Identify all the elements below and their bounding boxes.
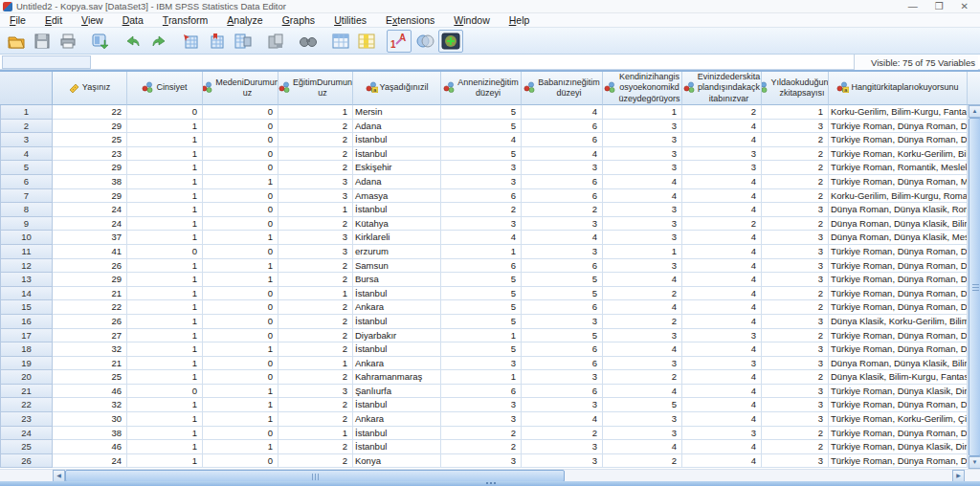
data-cell-yil[interactable]: 2 bbox=[762, 300, 829, 315]
data-cell-yas[interactable]: 21 bbox=[53, 357, 127, 371]
data-cell-kendi[interactable]: 2 bbox=[603, 370, 682, 385]
data-cell-egitim[interactable]: 2 bbox=[278, 412, 353, 427]
data-cell-anne[interactable]: 5 bbox=[441, 342, 522, 357]
data-cell-yas[interactable]: 26 bbox=[53, 315, 127, 329]
data-cell-anne[interactable]: 5 bbox=[441, 147, 522, 162]
minimize-button[interactable]: — bbox=[908, 2, 918, 11]
data-cell-il[interactable]: İstanbul bbox=[353, 342, 441, 357]
data-cell-yas[interactable]: 24 bbox=[53, 454, 127, 469]
data-cell-ev[interactable]: 4 bbox=[682, 189, 762, 204]
data-cell-yil[interactable]: 3 bbox=[762, 231, 829, 245]
row-number-20[interactable]: 20 bbox=[0, 370, 53, 385]
data-cell-medeni[interactable]: 0 bbox=[203, 147, 278, 162]
data-cell-medeni[interactable]: 1 bbox=[203, 342, 278, 357]
data-cell-medeni[interactable]: 1 bbox=[203, 231, 278, 245]
data-cell-ev[interactable]: 4 bbox=[682, 245, 762, 259]
menu-item-extensions[interactable]: Extensions bbox=[376, 13, 444, 28]
data-cell-il[interactable]: Mersin bbox=[353, 105, 441, 120]
menu-item-file[interactable]: File bbox=[0, 13, 35, 28]
data-cell-yil[interactable]: 3 bbox=[762, 273, 829, 287]
data-cell-cinsiyet[interactable]: 1 bbox=[127, 342, 203, 357]
data-cell-kendi[interactable]: 3 bbox=[603, 161, 682, 175]
menu-item-view[interactable]: View bbox=[72, 13, 113, 28]
close-button[interactable]: ✕ bbox=[961, 2, 969, 11]
data-cell-yil[interactable]: 2 bbox=[762, 175, 829, 189]
toolbar-button-split-file[interactable] bbox=[263, 30, 288, 53]
v-scrollbar[interactable]: ▲ ▼ bbox=[968, 105, 980, 469]
row-number-22[interactable]: 22 bbox=[0, 398, 53, 412]
scroll-up-arrow[interactable]: ▲ bbox=[969, 105, 980, 118]
row-number-21[interactable]: 21 bbox=[0, 385, 53, 399]
menu-item-data[interactable]: Data bbox=[113, 13, 153, 28]
data-cell-kitap[interactable]: Türkiye Roman, Dünya Roman, Dünya bbox=[829, 427, 968, 441]
data-cell-ev[interactable]: 2 bbox=[682, 105, 762, 120]
data-cell-anne[interactable]: 4 bbox=[441, 133, 522, 147]
data-cell-medeni[interactable]: 0 bbox=[203, 105, 278, 120]
data-cell-kendi[interactable]: 4 bbox=[603, 175, 682, 189]
data-cell-yas[interactable]: 37 bbox=[53, 231, 127, 245]
data-cell-kendi[interactable]: 3 bbox=[603, 412, 682, 427]
data-cell-anne[interactable]: 2 bbox=[441, 203, 522, 217]
data-cell-kitap[interactable]: Dünya Roman, Dünya Klasik, Mesleki, bbox=[829, 231, 968, 245]
toolbar-button-goto-variable[interactable] bbox=[205, 30, 230, 53]
data-cell-kendi[interactable]: 2 bbox=[603, 287, 682, 301]
data-cell-kendi[interactable]: 3 bbox=[603, 231, 682, 245]
data-cell-baba[interactable]: 3 bbox=[522, 217, 603, 232]
column-header-yas[interactable]: Yaşınız bbox=[53, 72, 127, 105]
data-cell-il[interactable]: İstanbul bbox=[353, 287, 441, 301]
row-number-12[interactable]: 12 bbox=[0, 259, 53, 274]
data-cell-yas[interactable]: 30 bbox=[53, 412, 127, 427]
data-cell-yil[interactable]: 2 bbox=[762, 287, 829, 301]
column-header-egitim[interactable]: EğitimDurumunuz bbox=[278, 72, 353, 105]
data-cell-egitim[interactable]: 1 bbox=[278, 203, 353, 217]
data-cell-ev[interactable]: 4 bbox=[682, 454, 762, 469]
data-cell-egitim[interactable]: 2 bbox=[278, 217, 353, 232]
data-cell-kitap[interactable]: Türkiye Roman, Dünya Roman, Dünya bbox=[829, 287, 968, 301]
data-cell-medeni[interactable]: 0 bbox=[203, 370, 278, 385]
menu-item-utilities[interactable]: Utilities bbox=[324, 13, 376, 28]
data-cell-medeni[interactable]: 1 bbox=[203, 273, 278, 287]
row-number-26[interactable]: 26 bbox=[0, 454, 53, 469]
data-cell-il[interactable]: Ankara bbox=[353, 412, 441, 427]
row-number-15[interactable]: 15 bbox=[0, 300, 53, 315]
row-number-10[interactable]: 10 bbox=[0, 231, 53, 245]
column-header-baba[interactable]: Babanızıneğitimdüzeyi bbox=[522, 72, 603, 105]
data-cell-cinsiyet[interactable]: 1 bbox=[127, 412, 203, 427]
cell-editor-input[interactable] bbox=[93, 55, 854, 69]
data-cell-egitim[interactable]: 2 bbox=[278, 370, 353, 385]
data-cell-egitim[interactable]: 2 bbox=[278, 440, 353, 454]
data-cell-kendi[interactable]: 1 bbox=[603, 105, 682, 120]
data-cell-kendi[interactable]: 4 bbox=[603, 189, 682, 204]
data-cell-il[interactable]: Ankara bbox=[353, 357, 441, 371]
data-cell-yil[interactable]: 2 bbox=[762, 440, 829, 454]
data-cell-kitap[interactable]: Türkiye Roman, Korku-Gerilim, Bilim-K bbox=[829, 147, 968, 162]
menu-item-window[interactable]: Window bbox=[444, 13, 499, 28]
toolbar-button-print[interactable] bbox=[56, 30, 80, 53]
data-cell-egitim[interactable]: 2 bbox=[278, 315, 353, 329]
toolbar-button-goto-case[interactable] bbox=[179, 30, 204, 53]
data-cell-ev[interactable]: 3 bbox=[682, 147, 762, 162]
data-cell-medeni[interactable]: 1 bbox=[203, 398, 278, 412]
data-cell-kitap[interactable]: Türkiye Roman, Dünya Klasik, Din Tas bbox=[829, 440, 968, 454]
data-cell-ev[interactable]: 4 bbox=[682, 231, 762, 245]
data-cell-yil[interactable]: 2 bbox=[762, 329, 829, 343]
row-number-18[interactable]: 18 bbox=[0, 342, 53, 357]
data-cell-cinsiyet[interactable]: 1 bbox=[127, 175, 203, 189]
data-cell-il[interactable]: Adana bbox=[353, 120, 441, 134]
data-cell-il[interactable]: İstanbul bbox=[353, 440, 441, 454]
data-cell-yas[interactable]: 27 bbox=[53, 329, 127, 343]
data-cell-anne[interactable]: 6 bbox=[441, 385, 522, 399]
data-cell-anne[interactable]: 3 bbox=[441, 175, 522, 189]
data-cell-cinsiyet[interactable]: 0 bbox=[127, 385, 203, 399]
data-cell-baba[interactable]: 3 bbox=[522, 398, 603, 412]
data-cell-yil[interactable]: 2 bbox=[762, 133, 829, 147]
data-cell-cinsiyet[interactable]: 1 bbox=[127, 300, 203, 315]
data-cell-cinsiyet[interactable]: 0 bbox=[127, 245, 203, 259]
data-cell-yas[interactable]: 25 bbox=[53, 370, 127, 385]
column-header-anne[interactable]: Annenizineğitimdüzeyi bbox=[441, 72, 522, 105]
data-cell-yil[interactable]: 3 bbox=[762, 120, 829, 134]
data-cell-baba[interactable]: 5 bbox=[522, 287, 603, 301]
row-number-3[interactable]: 3 bbox=[0, 133, 53, 147]
data-cell-cinsiyet[interactable]: 1 bbox=[127, 189, 203, 204]
data-cell-baba[interactable]: 2 bbox=[522, 203, 603, 217]
